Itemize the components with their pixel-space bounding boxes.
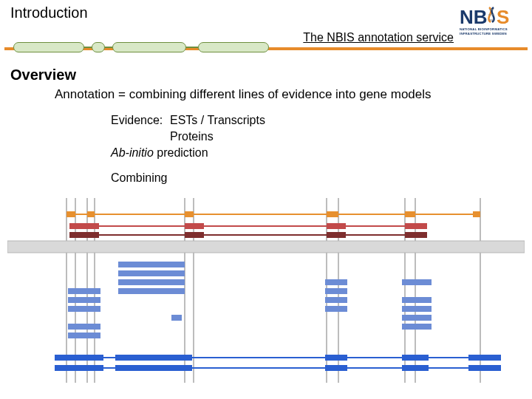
intron-connector	[84, 47, 92, 48]
feature-block	[118, 270, 185, 276]
abinitio-rest: prediction	[154, 146, 208, 159]
logo-tagline-1: NATIONAL BIOINFORMATICS	[460, 27, 508, 31]
feature-track	[68, 306, 432, 312]
feature-track	[118, 262, 185, 267]
feature-track	[69, 223, 427, 229]
feature-track	[68, 288, 347, 294]
feature-block	[66, 211, 75, 217]
feature-block	[402, 365, 429, 371]
feature-block	[325, 365, 347, 371]
feature-block	[325, 279, 347, 285]
feature-block	[68, 288, 100, 294]
combining-label: Combining	[111, 171, 167, 185]
page-subtitle: The NBIS annotation service	[303, 31, 454, 44]
feature-block	[468, 355, 501, 361]
feature-block	[171, 315, 182, 321]
feature-block	[185, 211, 194, 217]
feature-block	[402, 324, 432, 330]
feature-track	[171, 315, 432, 321]
feature-track	[66, 211, 480, 217]
feature-block	[115, 355, 192, 361]
feature-track	[69, 232, 427, 238]
feature-block	[69, 223, 99, 229]
feature-block	[325, 297, 347, 303]
section-heading: Overview	[10, 66, 76, 83]
feature-block	[402, 315, 432, 321]
feature-block	[325, 306, 347, 312]
feature-block	[402, 297, 432, 303]
feature-track	[118, 279, 432, 285]
abinitio-text: Ab-initio prediction	[111, 146, 208, 160]
abinitio-italic: Ab-initio	[111, 146, 154, 159]
intron-connector	[105, 47, 112, 48]
feature-block	[68, 297, 100, 303]
feature-block	[473, 211, 480, 217]
evidence-label: Evidence:	[111, 114, 163, 127]
feature-block	[68, 332, 100, 338]
feature-block	[68, 306, 100, 312]
feature-block	[402, 279, 432, 285]
feature-track	[118, 270, 185, 276]
feature-block	[55, 365, 103, 371]
exon-pill	[92, 42, 105, 52]
logo-text-s: S	[497, 6, 509, 28]
feature-block	[115, 365, 192, 371]
feature-block	[402, 306, 432, 312]
dna-helix-icon	[488, 7, 494, 22]
feature-block	[118, 262, 185, 267]
feature-block	[87, 211, 95, 217]
evidence-item-1: ESTs / Transcripts	[170, 114, 265, 127]
definition-text: Annotation = combining different lines o…	[55, 87, 432, 102]
feature-block	[468, 365, 501, 371]
feature-track	[68, 297, 432, 303]
feature-block	[118, 279, 185, 285]
feature-block	[327, 223, 346, 229]
feature-block	[69, 232, 99, 238]
feature-block	[118, 288, 185, 294]
feature-track	[55, 365, 501, 371]
feature-block	[405, 232, 427, 238]
feature-block	[185, 223, 204, 229]
feature-block	[327, 232, 346, 238]
logo-text-nb: NB	[460, 6, 488, 28]
feature-block	[327, 211, 338, 217]
page-title: Introduction	[10, 4, 88, 21]
evidence-item-2: Proteins	[170, 130, 214, 143]
intron-connector	[186, 47, 198, 48]
feature-block	[405, 223, 427, 229]
feature-block	[325, 288, 347, 294]
feature-track	[68, 332, 100, 338]
exon-pill	[198, 42, 269, 52]
exon-pill	[112, 42, 186, 52]
feature-track	[68, 324, 432, 330]
feature-block	[402, 355, 429, 361]
logo-tagline-2: INFRASTRUCTURE SWEDEN	[460, 32, 507, 35]
feature-block	[405, 211, 415, 217]
feature-block	[185, 232, 204, 238]
genome-track	[7, 241, 525, 253]
nbis-logo: NB S NATIONAL BIOINFORMATICS INFRASTRUCT…	[460, 6, 525, 41]
feature-track	[55, 355, 501, 361]
feature-block	[68, 324, 100, 330]
feature-block	[55, 355, 103, 361]
feature-block	[325, 355, 347, 361]
exon-pill	[13, 42, 84, 52]
genome-tracks-diagram	[7, 198, 525, 383]
